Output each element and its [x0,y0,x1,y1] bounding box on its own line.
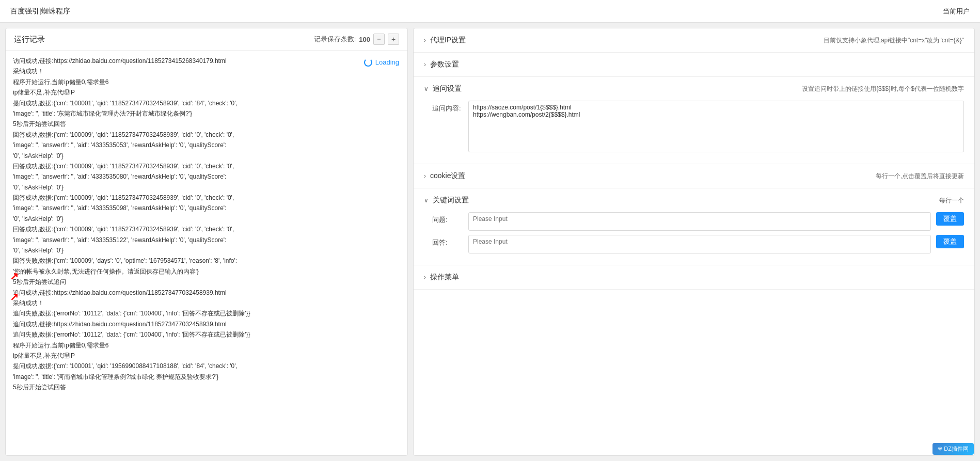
left-panel-title: 运行记录 [14,35,45,44]
record-count: 记录保存条数: 100 － + [314,34,399,45]
section-body-keyword: 问题:覆盖回答:覆盖 [414,212,974,265]
log-line: 追问成功,链接:https://zhidao.baidu.com/questio… [13,288,400,298]
keyword-row-1: 回答:覆盖 [432,235,964,253]
section-proxy: ›代理IP设置目前仅支持小象代理,api链接中"cnt=x"改为"cnt={&}… [414,28,974,53]
log-line: 回答失败,数据:{'cm': '100009', 'days': '0', 'o… [13,256,400,266]
log-line: 'image': '', 'answerfr': '', 'aid': '433… [13,203,400,213]
section-header-keyword[interactable]: ∨关键词设置每行一个 [414,188,974,212]
cover-answer-button[interactable]: 覆盖 [936,235,964,248]
log-line: ip储量不足,补充代理IP [13,87,400,98]
section-header-params[interactable]: ›参数设置 [414,53,974,76]
log-line: 回答成功,数据:{'cm': '100009', 'qid': '1185273… [13,130,400,140]
log-line: 程序开始运行,当前ip储量0,需求量6 [13,340,400,351]
log-line: 'image': '', 'title': '东莞市城市绿化管理办法?开封市城市… [13,108,400,119]
log-line: 回答成功,数据:{'cm': '100009', 'qid': '1185273… [13,224,400,234]
loading-badge: Loading [364,57,399,68]
watermark-text: ❋ DZ插件网 [938,446,969,452]
log-lines: 访问成功,链接:https://zhidao.baidu.com/questio… [13,56,400,393]
log-line: ip储量不足,补充代理IP [13,351,400,361]
followup-textarea[interactable]: https://saoze.com/post/1{$$$$}.html http… [468,101,964,152]
chevron-icon-cookie: › [424,172,426,180]
log-line: 提问成功,数据:{'cm': '100001', 'qid': '1956990… [13,361,400,371]
log-line: 'image': '', 'title': '河南省城市绿化管理条例?城市绿化 … [13,372,400,382]
log-line: '0', 'isAskHelp': '0'} [13,151,400,161]
section-header-cookie[interactable]: ›cookie设置每行一个,点击覆盖后将直接更新 [414,164,974,188]
log-line: '0', 'isAskHelp': '0'} [13,245,400,256]
log-line: 访问成功,链接:https://zhidao.baidu.com/questio… [13,56,400,66]
log-line: 程序开始运行,当前ip储量0,需求量6 [13,77,400,87]
section-label-keyword: 关键词设置 [433,196,469,205]
chevron-icon-proxy: › [424,37,426,44]
increase-count-button[interactable]: + [388,34,399,45]
question-input[interactable] [468,212,931,231]
log-line: 采纳成功！ [13,298,400,308]
section-right-text-proxy: 目前仅支持小象代理,api链接中"cnt=x"改为"cnt={&}" [824,36,964,45]
log-line: '您的帐号被永久封禁,无法进行任何操作。请返回保存已输入的内容'} [13,266,400,277]
section-label-followup: 追问设置 [433,84,462,93]
section-label-cookie: cookie设置 [430,171,465,181]
section-label-params: 参数设置 [430,60,459,69]
log-line: 'image': '', 'answerfr': '', 'aid': '433… [13,235,400,245]
chevron-icon-operations: › [424,274,426,281]
section-followup: ∨追问设置设置追问时带上的链接使用{$$$}时,每个$代表一位随机数字追问内容:… [414,77,974,164]
log-line: 5秒后开始尝试回答 [13,382,400,392]
answer-input[interactable] [468,235,931,253]
left-panel-header: 运行记录 记录保存条数: 100 － + [6,28,407,51]
section-right-text-cookie: 每行一个,点击覆盖后将直接更新 [876,172,964,181]
section-header-left-cookie: ›cookie设置 [424,171,465,181]
log-line: 追问成功,链接:https://zhidao.baidu.com/questio… [13,319,400,329]
watermark: ❋ DZ插件网 [932,443,974,455]
section-header-followup[interactable]: ∨追问设置设置追问时带上的链接使用{$$$}时,每个$代表一位随机数字 [414,77,974,101]
section-right-text-followup: 设置追问时带上的链接使用{$$$}时,每个$代表一位随机数字 [802,85,964,93]
keyword-row-0: 问题:覆盖 [432,212,964,231]
section-cookie: ›cookie设置每行一个,点击覆盖后将直接更新 [414,164,974,188]
cover-question-button[interactable]: 覆盖 [936,212,964,226]
app-header: 百度强引|蜘蛛程序 当前用户 [0,0,980,23]
keyword-field-label-1: 回答: [432,235,463,247]
section-header-operations[interactable]: ›操作菜单 [414,265,974,289]
section-header-proxy[interactable]: ›代理IP设置目前仅支持小象代理,api链接中"cnt=x"改为"cnt={&}… [414,28,974,52]
log-area: Loading 访问成功,链接:https://zhidao.baidu.com… [6,51,407,455]
section-body-followup: 追问内容:https://saoze.com/post/1{$$$$}.html… [414,101,974,164]
app-user: 当前用户 [943,7,970,16]
spinner-icon [364,58,372,67]
record-count-value: 100 [359,36,370,43]
section-header-left-proxy: ›代理IP设置 [424,36,466,45]
log-line: 5秒后开始尝试追问 [13,277,400,287]
section-params: ›参数设置 [414,53,974,77]
loading-text: Loading [375,57,399,68]
main-content: 运行记录 记录保存条数: 100 － + Loading 访问成功,链接:htt… [0,23,980,461]
followup-label: 追问内容: [432,101,463,113]
log-line: 'image': '', 'answerfr': '', 'aid': '433… [13,171,400,182]
left-panel: 运行记录 记录保存条数: 100 － + Loading 访问成功,链接:htt… [5,28,408,456]
section-header-left-params: ›参数设置 [424,60,459,69]
section-header-left-followup: ∨追问设置 [424,84,462,93]
log-line: 采纳成功！ [13,66,400,76]
chevron-icon-params: › [424,61,426,68]
app-title: 百度强引|蜘蛛程序 [10,7,70,16]
chevron-icon-followup: ∨ [424,85,429,92]
log-line: 'image': '', 'answerfr': '', 'aid': '433… [13,140,400,150]
log-line: 追问失败,数据:{'errorNo': '10112', 'data': {'c… [13,329,400,340]
section-header-left-operations: ›操作菜单 [424,273,459,282]
log-line: 5秒后开始尝试回答 [13,119,400,129]
followup-row: 追问内容:https://saoze.com/post/1{$$$$}.html… [432,101,964,152]
section-label-proxy: 代理IP设置 [430,36,466,45]
right-panel: ›代理IP设置目前仅支持小象代理,api链接中"cnt=x"改为"cnt={&}… [413,28,975,456]
chevron-icon-keyword: ∨ [424,197,429,204]
log-line: '0', 'isAskHelp': '0'} [13,182,400,193]
section-operations: ›操作菜单 [414,265,974,290]
keyword-field-label-0: 问题: [432,212,463,225]
decrease-count-button[interactable]: － [373,34,385,45]
section-label-operations: 操作菜单 [430,273,459,282]
section-keyword: ∨关键词设置每行一个问题:覆盖回答:覆盖 [414,188,974,265]
log-line: 回答成功,数据:{'cm': '100009', 'qid': '1185273… [13,161,400,171]
log-line: 追问失败,数据:{'errorNo': '10112', 'data': {'c… [13,308,400,319]
log-line: '0', 'isAskHelp': '0'} [13,214,400,224]
record-label: 记录保存条数: [314,35,356,44]
section-header-left-keyword: ∨关键词设置 [424,196,469,205]
section-right-text-keyword: 每行一个 [939,196,964,205]
log-line: 提问成功,数据:{'cm': '100001', 'qid': '1185273… [13,98,400,108]
log-line: 回答成功,数据:{'cm': '100009', 'qid': '1185273… [13,193,400,203]
